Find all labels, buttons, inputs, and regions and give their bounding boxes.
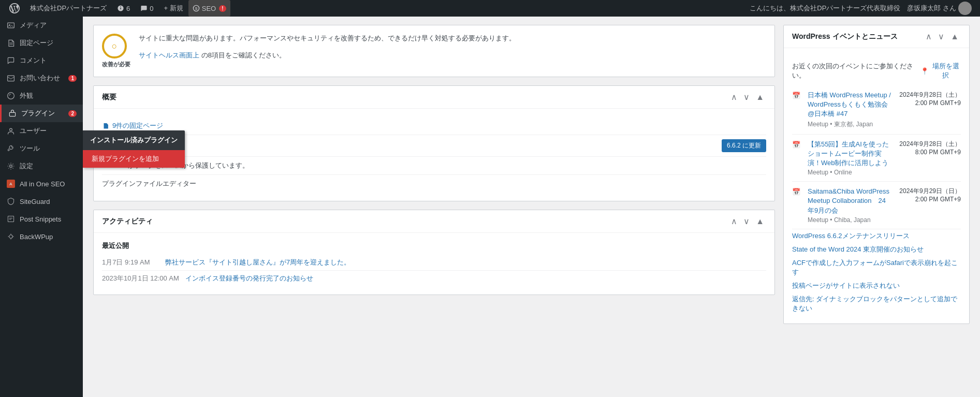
event-date-2: 2024年9月28日（土） 8:00 PM GMT+9: [899, 140, 961, 177]
sidebar-item-siteguard[interactable]: SiteGuard: [0, 193, 83, 210]
avatar[interactable]: [958, 2, 972, 15]
wp-logo[interactable]: [4, 0, 25, 17]
admin-bar-right: こんにちは、株式会社DPパートナーズ代表取締役 彦坂康太郎 さん: [750, 2, 976, 15]
sidebar-item-users[interactable]: ユーザー: [0, 122, 83, 140]
sidebar-label-users: ユーザー: [20, 126, 77, 136]
pages-icon: [6, 38, 16, 48]
sidebar-item-backwpup[interactable]: BackWPup: [0, 228, 83, 245]
site-health-card: ○ 改善が必要 サイトに重大な問題があります。パフォーマンスやセキュリティを改善…: [93, 25, 775, 77]
new-content-btn[interactable]: + 新規: [159, 0, 188, 17]
sidebar-item-tools[interactable]: ツール: [0, 140, 83, 157]
svg-rect-6: [8, 76, 14, 81]
event-item-3: 📅 Saitama&Chiba WordPress Meetup Collabo…: [792, 182, 961, 229]
plugins-badge: 2: [68, 110, 77, 117]
sidebar-label-tools: ツール: [20, 144, 77, 153]
comments-btn[interactable]: 0: [135, 0, 158, 17]
post-snippets-icon: [6, 214, 16, 224]
settings-icon: [6, 161, 16, 171]
pages-link[interactable]: 9件の固定ページ: [102, 121, 163, 130]
svg-rect-7: [9, 112, 15, 116]
seo-btn[interactable]: S SEO !: [188, 0, 230, 17]
overview-card: 概要 ∧ ∨ ▲ 9件の固定ページ: [93, 85, 775, 201]
overview-toggle[interactable]: ▲: [754, 92, 766, 103]
sidebar-item-contact[interactable]: お問い合わせ 1: [0, 69, 83, 87]
seo-alert-badge: !: [219, 5, 226, 12]
sidebar-item-media[interactable]: メディア: [0, 17, 83, 34]
event-title-3[interactable]: Saitama&Chiba WordPress Meetup Collabora…: [808, 187, 889, 214]
overview-collapse-down[interactable]: ∨: [741, 91, 752, 103]
events-toggle[interactable]: ▲: [948, 31, 961, 42]
overview-body: 9件の固定ページ Extension テーマ) 6.6.2 に更新 Akisme…: [94, 109, 774, 201]
activity-link-1[interactable]: 弊社サービス『サイト引越し屋さん』が7周年を迎えました。: [165, 258, 350, 266]
events-collapse-down[interactable]: ∨: [936, 31, 946, 42]
activity-section-title: 最近公開: [102, 241, 766, 251]
contact-badge: 1: [68, 75, 77, 82]
sidebar-label-pages: 固定ページ: [20, 38, 77, 48]
events-intro: お近くの次回のイベントにご参加ください。 📍 場所を選択: [792, 56, 961, 85]
event-meta-3: Meetup • Chiba, Japan: [808, 216, 893, 224]
health-link[interactable]: サイトヘルス画面上: [139, 51, 199, 59]
sidebar-label-plugins: プラグイン: [21, 109, 64, 118]
news-link-3[interactable]: ACFで作成した入力フォームがSafariで表示崩れを起こす: [792, 256, 961, 279]
svg-point-8: [10, 128, 12, 131]
overview-title: 概要: [102, 93, 116, 102]
location-select-btn[interactable]: 📍 場所を選択: [920, 62, 961, 80]
site-name[interactable]: 株式会社DPパートナーズ: [25, 0, 112, 17]
sidebar-item-appearance[interactable]: 外観: [0, 87, 83, 105]
activity-toggle[interactable]: ▲: [754, 216, 766, 227]
event-body-1: 日本橋 WordPress Meetup / WordPressもくもく勉強会@…: [808, 91, 893, 129]
activity-title: アクティビティ: [102, 217, 153, 226]
health-circle: ○: [102, 34, 127, 58]
sidebar-item-comments[interactable]: コメント: [0, 52, 83, 69]
overview-plugin-editor-row: プラグインファイルエディター: [102, 175, 766, 193]
events-card: WordPress イベントとニュース ∧ ∨ ▲ お近くの次回のイベントにご参…: [783, 25, 970, 324]
admin-bar: 株式会社DPパートナーズ 6 0 + 新規 S SEO ! こんにちは、株式会社…: [0, 0, 980, 17]
event-date-3: 2024年9月29日（日） 2:00 PM GMT+9: [899, 187, 961, 224]
updates-btn[interactable]: 6: [112, 0, 135, 17]
activity-collapse-up[interactable]: ∧: [729, 215, 739, 227]
sidebar-item-settings[interactable]: 設定: [0, 157, 83, 175]
event-title-2[interactable]: 【第55回】生成AIを使ったショートムービー制作実演！Web制作に活用しよう: [808, 140, 889, 167]
activity-body: 最近公開 1月7日 9:19 AM 弊社サービス『サイト引越し屋さん』が7周年を…: [94, 233, 774, 295]
siteguard-icon: [6, 197, 16, 206]
health-title: 改善が必要: [102, 61, 130, 68]
calendar-icon-3: 📅: [792, 188, 801, 197]
sidebar-item-aioseo[interactable]: A All in One SEO: [0, 175, 83, 193]
media-icon: [6, 21, 16, 30]
activity-link-2[interactable]: インボイス登録番号の発行完了のお知らせ: [185, 274, 313, 282]
event-meta-2: Meetup • Online: [808, 169, 893, 176]
activity-date-1: 1月7日 9:19 AM: [102, 258, 159, 267]
calendar-icon-2: 📅: [792, 141, 801, 150]
overview-pages-row: 9件の固定ページ: [102, 117, 766, 135]
news-link-5[interactable]: 返信先: ダイナミックブロックをパターンとして追加できない: [792, 292, 961, 315]
event-date-1: 2024年9月28日（土） 2:00 PM GMT+9: [899, 91, 961, 129]
event-title-1[interactable]: 日本橋 WordPress Meetup / WordPressもくもく勉強会@…: [808, 91, 891, 117]
overview-collapse-up[interactable]: ∧: [729, 91, 739, 103]
tools-icon: [6, 144, 16, 153]
aioseo-icon: A: [6, 179, 16, 188]
sidebar-label-media: メディア: [20, 21, 77, 30]
news-link-1[interactable]: WordPress 6.6.2メンテナンスリリース: [792, 229, 961, 243]
news-link-4[interactable]: 投稿ページがサイトに表示されない: [792, 279, 961, 292]
overview-header: 概要 ∧ ∨ ▲: [94, 86, 774, 109]
event-meta-1: Meetup • 東京都, Japan: [808, 120, 893, 129]
events-controls: ∧ ∨ ▲: [924, 31, 961, 42]
events-collapse-up[interactable]: ∧: [924, 31, 934, 42]
activity-header: アクティビティ ∧ ∨ ▲: [94, 210, 774, 233]
svg-rect-10: [8, 216, 13, 222]
activity-item-2: 2023年10月1日 12:00 AM インボイス登録番号の発行完了のお知らせ: [102, 271, 766, 286]
event-body-3: Saitama&Chiba WordPress Meetup Collabora…: [808, 187, 893, 224]
sidebar-item-plugins[interactable]: プラグイン 2: [0, 105, 83, 122]
sidebar-label-siteguard: SiteGuard: [20, 198, 77, 205]
sidebar-label-settings: 設定: [20, 161, 77, 171]
update-theme-btn[interactable]: 6.6.2 に更新: [722, 139, 766, 152]
event-item-1: 📅 日本橋 WordPress Meetup / WordPressもくもく勉強…: [792, 85, 961, 135]
sidebar-item-post-snippets[interactable]: Post Snippets: [0, 210, 83, 228]
activity-collapse-down[interactable]: ∨: [741, 215, 752, 227]
sidebar-label-aioseo: All in One SEO: [20, 180, 77, 188]
sidebar-item-pages[interactable]: 固定ページ: [0, 34, 83, 52]
news-link-2[interactable]: State of the Word 2024 東京開催のお知らせ: [792, 243, 961, 256]
svg-point-9: [10, 165, 12, 168]
overview-controls: ∧ ∨ ▲: [729, 91, 766, 103]
activity-card: アクティビティ ∧ ∨ ▲ 最近公開 1月7日 9:19 AM 弊社サービス『サ: [93, 210, 775, 295]
